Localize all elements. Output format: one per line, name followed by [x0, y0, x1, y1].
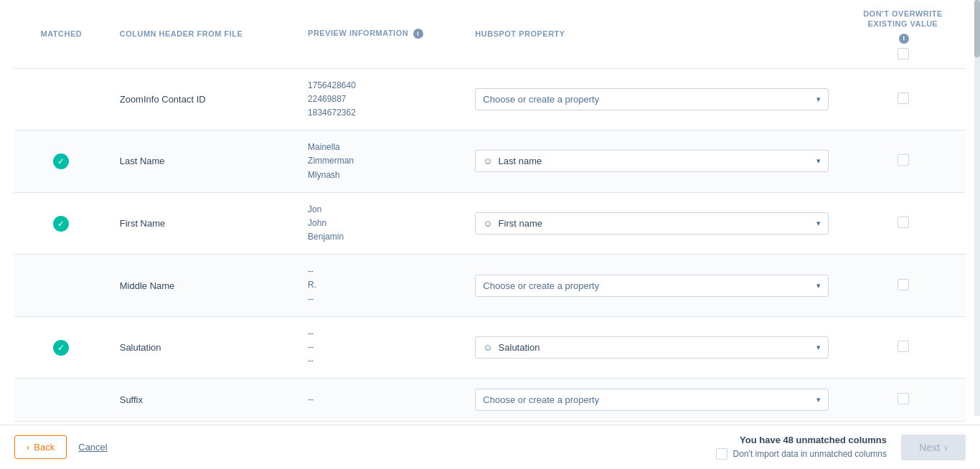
preview-cell-middle-name: --R.--: [296, 255, 463, 317]
col-header-hubspot: HubSpot Property: [463, 0, 840, 68]
main-content: Matched Column Header From File Preview …: [0, 0, 980, 425]
matched-cell-middle-name: [14, 255, 108, 317]
chevron-right-icon: ›: [944, 442, 948, 453]
footer-left: ‹ Back Cancel: [14, 435, 108, 459]
overwrite-checkbox-middle-name[interactable]: [897, 279, 909, 290]
select-chevron-last-name: ▾: [816, 156, 821, 166]
hubspot-cell-last-name: ☺ Last name▾: [463, 131, 840, 193]
hubspot-cell-salutation: ☺ Salutation▾: [463, 316, 840, 379]
matched-cell-salutation: ✓: [14, 316, 108, 379]
preview-cell-last-name: MainellaZimmermanMlynash: [296, 131, 463, 193]
table-row: Suffix--Choose or create a property▾: [14, 379, 966, 422]
column-header-cell-zoominfo-contact-id: ZoomInfo Contact ID: [108, 68, 296, 131]
property-label-last-name: ☺ Last name: [483, 156, 542, 166]
match-checkmark-first-name: ✓: [53, 216, 69, 232]
column-header-cell-middle-name: Middle Name: [108, 255, 296, 317]
person-icon-last-name: ☺: [483, 156, 492, 166]
matched-cell-first-name: ✓: [14, 192, 108, 255]
property-select-suffix[interactable]: Choose or create a property▾: [475, 389, 829, 411]
property-select-first-name[interactable]: ☺ First name▾: [475, 212, 829, 234]
property-label-salutation: ☺ Salutation: [483, 342, 540, 353]
column-header-cell-first-name: First Name: [108, 192, 296, 255]
preview-text-last-name: MainellaZimmermanMlynash: [308, 142, 354, 179]
column-header-cell-last-name: Last Name: [108, 131, 296, 193]
overwrite-cell-last-name: [840, 131, 966, 193]
matched-cell-zoominfo-contact-id: [14, 68, 108, 131]
table-row: Middle Name--R.--Choose or create a prop…: [14, 255, 966, 317]
column-header-cell-suffix: Suffix: [108, 379, 296, 422]
property-label-zoominfo-contact-id: Choose or create a property: [483, 94, 599, 105]
table-row: ✓Salutation------☺ Salutation▾: [14, 316, 966, 379]
overwrite-cell-middle-name: [840, 255, 966, 317]
preview-cell-salutation: ------: [296, 316, 463, 379]
select-chevron-salutation: ▾: [816, 343, 821, 352]
back-button[interactable]: ‹ Back: [14, 435, 67, 459]
table-row: ZoomInfo Contact ID175642864022469887183…: [14, 68, 966, 131]
select-chevron-suffix: ▾: [816, 395, 821, 404]
overwrite-all-checkbox[interactable]: [897, 48, 909, 60]
preview-text-zoominfo-contact-id: 1756428640224698871834672362: [308, 80, 356, 118]
select-chevron-middle-name: ▾: [816, 281, 821, 290]
preview-text-middle-name: --R.--: [308, 266, 316, 303]
person-icon-first-name: ☺: [483, 218, 492, 229]
col-header-overwrite: Don't Overwrite Existing Value i: [840, 0, 966, 68]
select-chevron-zoominfo-contact-id: ▾: [816, 95, 821, 104]
person-icon-salutation: ☺: [483, 342, 492, 353]
preview-cell-first-name: JonJohnBenjamin: [296, 192, 463, 255]
next-button[interactable]: Next ›: [901, 435, 966, 460]
match-checkmark-last-name: ✓: [53, 153, 69, 169]
footer: ‹ Back Cancel You have 48 unmatched colu…: [0, 425, 980, 469]
matched-cell-suffix: [14, 379, 108, 422]
hubspot-cell-middle-name: Choose or create a property▾: [463, 255, 840, 317]
hubspot-cell-suffix: Choose or create a property▾: [463, 379, 840, 422]
overwrite-checkbox-first-name[interactable]: [897, 217, 909, 228]
preview-text-salutation: ------: [308, 328, 314, 366]
table-row: ✓Last NameMainellaZimmermanMlynash☺ Last…: [14, 131, 966, 193]
col-header-preview: Preview Information i: [296, 0, 463, 68]
mapping-table: Matched Column Header From File Preview …: [14, 0, 966, 422]
overwrite-checkbox-zoominfo-contact-id[interactable]: [897, 93, 909, 104]
property-select-zoominfo-contact-id[interactable]: Choose or create a property▾: [475, 88, 829, 110]
footer-right: You have 48 unmatched columns Don't impo…: [716, 435, 966, 460]
property-select-middle-name[interactable]: Choose or create a property▾: [475, 275, 829, 297]
overwrite-cell-first-name: [840, 192, 966, 255]
preview-text-suffix: --: [308, 394, 314, 404]
cancel-link[interactable]: Cancel: [78, 442, 107, 453]
column-header-cell-salutation: Salutation: [108, 316, 296, 379]
overwrite-cell-suffix: [840, 379, 966, 422]
overwrite-checkbox-salutation[interactable]: [897, 341, 909, 352]
scrollbar-thumb[interactable]: [974, 0, 980, 57]
match-checkmark-salutation: ✓: [53, 340, 69, 356]
preview-info-icon[interactable]: i: [413, 29, 423, 39]
property-label-suffix: Choose or create a property: [483, 394, 599, 405]
property-select-salutation[interactable]: ☺ Salutation▾: [475, 336, 829, 359]
preview-text-first-name: JonJohnBenjamin: [308, 204, 344, 242]
outer-scrollbar[interactable]: [974, 0, 980, 416]
property-select-last-name[interactable]: ☺ Last name▾: [475, 150, 829, 172]
table-row: ✓First NameJonJohnBenjamin☺ First name▾: [14, 192, 966, 255]
unmatched-info: You have 48 unmatched columns Don't impo…: [716, 435, 887, 460]
matched-cell-last-name: ✓: [14, 131, 108, 193]
dont-import-label: Don't import data in unmatched columns: [733, 449, 887, 459]
overwrite-cell-salutation: [840, 316, 966, 379]
overwrite-info-icon[interactable]: i: [899, 34, 909, 44]
property-label-first-name: ☺ First name: [483, 218, 542, 229]
hubspot-cell-zoominfo-contact-id: Choose or create a property▾: [463, 68, 840, 131]
overwrite-checkbox-suffix[interactable]: [897, 393, 909, 404]
property-label-middle-name: Choose or create a property: [483, 280, 599, 291]
col-header-column: Column Header From File: [108, 0, 296, 68]
chevron-left-icon: ‹: [27, 442, 29, 453]
dont-import-checkbox[interactable]: [716, 448, 727, 460]
col-header-matched: Matched: [14, 0, 108, 68]
select-chevron-first-name: ▾: [816, 219, 821, 228]
unmatched-count: You have 48 unmatched columns: [716, 435, 887, 445]
hubspot-cell-first-name: ☺ First name▾: [463, 192, 840, 255]
preview-cell-zoominfo-contact-id: 1756428640224698871834672362: [296, 68, 463, 131]
overwrite-checkbox-last-name[interactable]: [897, 154, 909, 166]
overwrite-cell-zoominfo-contact-id: [840, 68, 966, 131]
preview-cell-suffix: --: [296, 379, 463, 422]
